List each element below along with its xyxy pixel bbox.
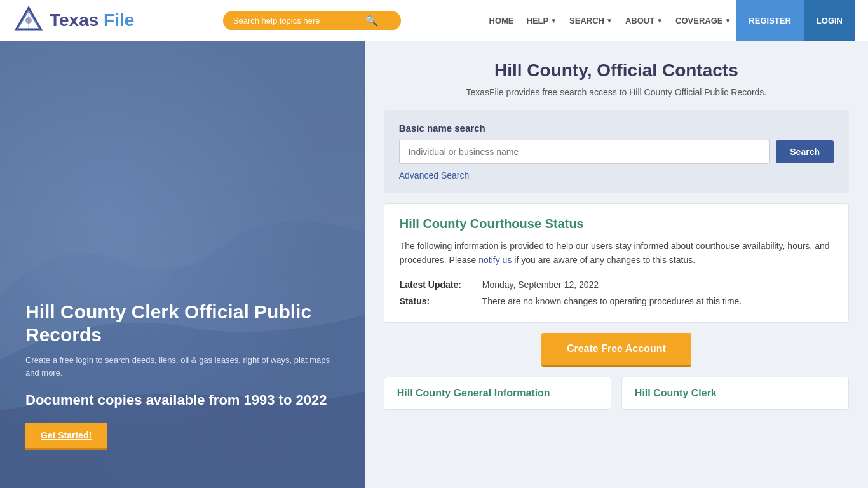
courthouse-status-title: Hill County Courthouse Status: [400, 217, 833, 231]
latest-update-label: Latest Update:: [400, 276, 482, 293]
get-started-button[interactable]: Get Started!: [25, 423, 107, 450]
nav-coverage[interactable]: COVERAGE ▼: [670, 13, 736, 28]
page-title: Hill County, Official Contacts: [384, 60, 849, 81]
latest-update-value: Monday, September 12, 2022: [482, 276, 833, 293]
logo[interactable]: Texas File: [13, 4, 140, 36]
left-panel-heading: Hill County Clerk Official Public Record…: [25, 301, 339, 346]
status-label: Status:: [400, 293, 482, 309]
navbar: Texas File 🔍 HOME HELP ▼ SEARCH ▼ ABOUT …: [0, 0, 868, 41]
nav-links: HOME HELP ▼ SEARCH ▼ ABOUT ▼ COVERAGE ▼: [484, 13, 736, 28]
create-account-button[interactable]: Create Free Account: [541, 333, 691, 367]
navbar-buttons: REGISTER LOGIN: [736, 0, 855, 41]
help-search-input[interactable]: [233, 16, 360, 25]
notify-link[interactable]: notify us: [478, 255, 512, 265]
page-subtitle: TexasFile provides free search access to…: [384, 87, 849, 97]
bottom-card-general: Hill County General Information: [384, 377, 611, 410]
bottom-cards: Hill County General Information Hill Cou…: [384, 377, 849, 410]
search-button[interactable]: Search: [776, 140, 834, 163]
nav-help[interactable]: HELP ▼: [522, 13, 562, 28]
register-button[interactable]: REGISTER: [736, 0, 803, 41]
svg-point-7: [192, 180, 320, 257]
chevron-down-icon: ▼: [656, 17, 663, 24]
courthouse-status-card: Hill County Courthouse Status The follow…: [384, 203, 849, 323]
chevron-down-icon: ▼: [550, 17, 557, 24]
table-row: Status: There are no known changes to op…: [400, 293, 833, 309]
main-container: Hill County Clerk Official Public Record…: [0, 41, 868, 488]
chevron-down-icon: ▼: [724, 17, 731, 24]
bottom-card-clerk-title: Hill County Clerk: [635, 388, 836, 399]
left-panel-doc-copies: Document copies available from 1993 to 2…: [25, 391, 339, 410]
nav-search[interactable]: SEARCH ▼: [564, 13, 618, 28]
right-panel: Hill County, Official Contacts TexasFile…: [365, 41, 868, 488]
advanced-search-link[interactable]: Advanced Search: [399, 170, 834, 180]
help-search: 🔍: [140, 11, 484, 30]
bottom-card-general-title: Hill County General Information: [397, 388, 598, 399]
svg-point-6: [19, 212, 173, 315]
search-label: Basic name search: [399, 123, 834, 133]
left-panel: Hill County Clerk Official Public Record…: [0, 41, 365, 488]
create-account-section: Create Free Account: [384, 333, 849, 367]
search-card: Basic name search Search Advanced Search: [384, 110, 849, 193]
table-row: Latest Update: Monday, September 12, 202…: [400, 276, 833, 293]
logo-icon: [13, 4, 44, 36]
bottom-card-clerk: Hill County Clerk: [621, 377, 849, 410]
courthouse-status-description: The following information is provided to…: [400, 239, 833, 268]
search-icon: 🔍: [365, 15, 378, 27]
left-panel-content: Hill County Clerk Official Public Record…: [25, 301, 339, 450]
chevron-down-icon: ▼: [606, 17, 613, 24]
nav-about[interactable]: ABOUT ▼: [620, 13, 668, 28]
search-row: Search: [399, 140, 834, 164]
login-button[interactable]: LOGIN: [804, 0, 855, 41]
logo-text: Texas File: [50, 10, 134, 30]
name-search-input[interactable]: [399, 140, 770, 164]
status-value: There are no known changes to operating …: [482, 293, 833, 309]
nav-home[interactable]: HOME: [484, 13, 519, 28]
left-panel-description: Create a free login to search deeds, lie…: [25, 354, 339, 379]
status-table: Latest Update: Monday, September 12, 202…: [400, 276, 833, 309]
